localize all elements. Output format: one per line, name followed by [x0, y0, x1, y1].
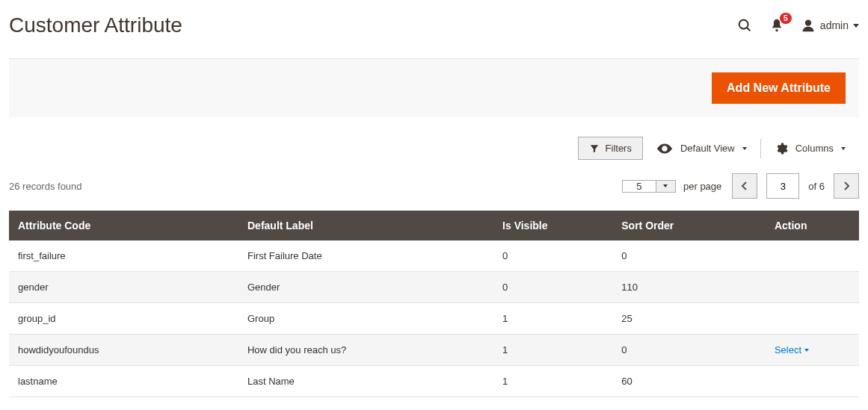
table-row[interactable]: lastnameLast Name160	[9, 366, 859, 397]
select-action-link[interactable]: Select	[775, 344, 809, 355]
table-row[interactable]: howdidyoufoundusHow did you reach us?10S…	[9, 335, 859, 366]
cell-action	[766, 272, 859, 303]
of-pages-label: of 6	[808, 181, 825, 192]
chevron-down-icon	[804, 349, 809, 352]
th-attribute-code[interactable]: Attribute Code	[9, 211, 238, 240]
add-new-attribute-button[interactable]: Add New Attribute	[712, 72, 846, 104]
chevron-down-icon	[742, 147, 747, 150]
th-sort-order[interactable]: Sort Order	[612, 211, 766, 240]
attributes-table: Attribute Code Default Label Is Visible …	[9, 211, 859, 397]
svg-point-0	[739, 20, 748, 29]
chevron-left-icon	[741, 181, 748, 190]
chevron-right-icon	[843, 181, 850, 190]
current-page-input[interactable]	[766, 173, 799, 199]
svg-point-3	[805, 20, 811, 26]
notifications-icon[interactable]: 5	[769, 18, 784, 33]
cell-default-label: First Failure Date	[238, 240, 493, 272]
cell-sort-order: 0	[612, 335, 766, 366]
cell-attribute-code: group_id	[9, 303, 238, 335]
th-action: Action	[766, 211, 859, 240]
pager-row: 26 records found 5 per page of 6	[9, 173, 859, 199]
filters-label: Filters	[606, 143, 632, 154]
cell-action	[766, 240, 859, 272]
per-page-value: 5	[623, 181, 656, 192]
search-icon[interactable]	[736, 17, 753, 34]
cell-is-visible: 0	[493, 240, 612, 272]
svg-line-1	[747, 28, 750, 31]
cell-attribute-code: gender	[9, 272, 238, 303]
table-row[interactable]: first_failureFirst Failure Date00	[9, 240, 859, 272]
chevron-down-icon	[853, 24, 859, 28]
per-page-dropdown-arrow[interactable]	[656, 181, 675, 192]
eye-icon	[656, 143, 673, 154]
per-page-select[interactable]: 5	[622, 180, 676, 193]
svg-point-2	[775, 29, 778, 31]
chevron-down-icon	[841, 147, 846, 150]
admin-user-label: admin	[820, 19, 849, 31]
cell-sort-order: 25	[612, 303, 766, 335]
gear-icon	[775, 142, 788, 155]
cell-action	[766, 366, 859, 397]
notification-badge: 5	[780, 13, 792, 24]
columns-control[interactable]: Columns	[761, 142, 859, 155]
cell-is-visible: 1	[493, 303, 612, 335]
cell-action	[766, 303, 859, 335]
table-row[interactable]: genderGender0110	[9, 272, 859, 303]
cell-default-label: Gender	[238, 272, 493, 303]
cell-attribute-code: first_failure	[9, 240, 238, 272]
cell-sort-order: 0	[612, 240, 766, 272]
per-page-label: per page	[683, 181, 721, 192]
grid-toolbar: Filters Default View Columns	[9, 137, 859, 160]
th-is-visible[interactable]: Is Visible	[493, 211, 612, 240]
cell-attribute-code: howdidyoufoundus	[9, 335, 238, 366]
cell-action: Select	[766, 335, 859, 366]
cell-sort-order: 60	[612, 366, 766, 397]
columns-label: Columns	[795, 143, 834, 154]
records-found: 26 records found	[9, 181, 82, 192]
chevron-down-icon	[663, 184, 668, 187]
filters-button[interactable]: Filters	[578, 137, 643, 160]
cell-is-visible: 1	[493, 366, 612, 397]
table-row[interactable]: group_idGroup125	[9, 303, 859, 335]
default-view-control[interactable]: Default View	[643, 143, 760, 154]
cell-is-visible: 1	[493, 335, 612, 366]
page-title: Customer Attribute	[9, 13, 182, 37]
default-view-label: Default View	[680, 143, 735, 154]
next-page-button[interactable]	[834, 173, 859, 199]
user-icon	[801, 18, 816, 33]
cell-sort-order: 110	[612, 272, 766, 303]
admin-user-menu[interactable]: admin	[801, 18, 859, 33]
th-default-label[interactable]: Default Label	[238, 211, 493, 240]
prev-page-button[interactable]	[732, 173, 757, 199]
funnel-icon	[589, 143, 600, 154]
cell-attribute-code: lastname	[9, 366, 238, 397]
action-bar: Add New Attribute	[9, 58, 859, 117]
header-actions: 5 admin	[736, 17, 859, 34]
cell-default-label: Last Name	[238, 366, 493, 397]
cell-default-label: How did you reach us?	[238, 335, 493, 366]
cell-is-visible: 0	[493, 272, 612, 303]
cell-default-label: Group	[238, 303, 493, 335]
